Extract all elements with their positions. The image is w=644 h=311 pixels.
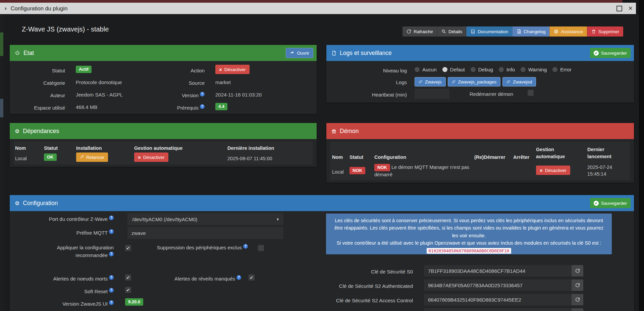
col-gestion-automatique: Gestion automatique: [536, 146, 570, 160]
trash-icon: [591, 29, 596, 34]
radio-icon[interactable]: [415, 67, 420, 72]
help-icon[interactable]: ?: [109, 275, 114, 280]
info-text-line1: Les clés de sécurités sont à conserver p…: [334, 217, 604, 239]
caret-down-icon: ▼: [276, 217, 279, 221]
help-icon[interactable]: ?: [109, 229, 114, 234]
radio-icon[interactable]: [552, 67, 557, 72]
security-key-input-partial[interactable]: [424, 308, 572, 311]
help-icon[interactable]: ?: [109, 288, 114, 293]
col-configuration: Configuration: [374, 154, 406, 161]
paperclip-icon: [506, 80, 511, 84]
etat-panel-header: Etat Ouvrir: [10, 45, 317, 61]
log-level-warning[interactable]: Warning: [521, 67, 547, 72]
logs-panel-header: Logs et surveillance ✔ Sauvegarder: [326, 45, 634, 61]
demon-table: Nom Statut Configuration (Re)Démarrer Ar…: [330, 142, 630, 180]
cle-s2-authenticated-input[interactable]: [424, 279, 572, 291]
save-logs-button[interactable]: ✔ Sauvegarder: [590, 48, 631, 58]
disable-dependance-button[interactable]: × Désactiver: [134, 152, 168, 162]
documentation-button[interactable]: Documentation: [466, 26, 512, 37]
background-page-sliver: [0, 14, 3, 311]
log-file-zwavejs-button[interactable]: Zwavejs: [415, 77, 446, 86]
help-icon[interactable]: ?: [200, 92, 205, 97]
cle-s2-access-control-label: Clé de Sécurité S2 Access Control: [296, 297, 413, 305]
regenerate-key-button-partial[interactable]: [572, 308, 583, 311]
radio-icon[interactable]: [442, 67, 447, 72]
alertes-reveils-manques-checkbox[interactable]: [249, 274, 255, 281]
log-level-info[interactable]: Info: [499, 67, 515, 72]
appliquer-config-checkbox[interactable]: [125, 245, 131, 251]
cle-s0-input[interactable]: [424, 265, 572, 276]
relancer-button[interactable]: Relancer: [76, 152, 108, 162]
regenerate-s2-access-control-key-button[interactable]: [572, 294, 583, 305]
log-file-zwavejsd-button[interactable]: Zwavejsd: [502, 77, 536, 86]
help-icon[interactable]: ?: [109, 252, 114, 256]
col-arreter: Arrêter: [513, 154, 529, 161]
help-icon[interactable]: ?: [109, 300, 114, 305]
radio-icon[interactable]: [521, 67, 526, 72]
radio-icon[interactable]: [471, 67, 476, 72]
cle-s2-access-control-input[interactable]: [424, 294, 572, 305]
soft-reset-label: Soft Reset?: [30, 288, 114, 296]
regenerate-s0-key-button[interactable]: [572, 265, 583, 276]
help-icon[interactable]: ?: [236, 275, 241, 280]
maximize-button[interactable]: [616, 6, 622, 11]
disable-demon-button[interactable]: × Désactiver: [536, 166, 570, 175]
plugin-configuration-window: › Configuration du plugin × Z-Wave JS (z…: [0, 0, 644, 311]
radio-icon[interactable]: [499, 67, 504, 72]
details-button[interactable]: Détails: [437, 26, 466, 37]
file-text-icon: [517, 29, 521, 34]
refresh-button[interactable]: Rafraichir: [402, 26, 437, 37]
col-derniere-installation: Dernière installation: [227, 145, 274, 152]
x-icon: ×: [219, 67, 222, 72]
delete-button[interactable]: Supprimer: [587, 26, 623, 37]
refresh-icon: [575, 297, 580, 302]
help-icon[interactable]: ?: [243, 244, 248, 249]
demon-dernier-lancement: 2025-07-24 15:45:14: [587, 164, 619, 178]
save-configuration-label: Sauvegarder: [601, 201, 627, 206]
col-statut: Statut: [44, 145, 58, 152]
log-level-aucun[interactable]: Aucun: [415, 67, 437, 72]
log-level-radios: Aucun Defaut Debug Info Warning Error: [415, 65, 577, 74]
source-value: market: [215, 79, 231, 85]
version-zwavejs-ui-badge: 9.20.0: [125, 298, 143, 306]
assistance-button[interactable]: Assistance: [549, 26, 587, 37]
configuration-panel-header: ⚙ Configuration ✔ Sauvegarder: [10, 195, 634, 211]
bank-icon: [331, 129, 336, 134]
background-logo-fragment: [0, 33, 3, 56]
col-nom: Nom: [15, 145, 26, 152]
close-button[interactable]: ×: [628, 5, 633, 12]
logs-label: Logs: [326, 79, 407, 86]
heartbeat-input[interactable]: [415, 89, 449, 99]
help-icon[interactable]: ?: [109, 215, 114, 220]
check-circle-icon: ✔: [594, 201, 599, 206]
soft-reset-checkbox[interactable]: [125, 287, 131, 293]
documentation-button-label: Documentation: [478, 29, 508, 34]
save-configuration-button[interactable]: ✔ Sauvegarder: [590, 198, 631, 208]
col-dernier-lancement: Dernier lancement: [587, 146, 618, 160]
log-level-defaut[interactable]: Defaut: [442, 67, 465, 72]
log-level-debug[interactable]: Debug: [471, 67, 493, 72]
log-file-zwavejs-packages-button[interactable]: Zwavejs_packages: [448, 77, 501, 86]
col-installation: Installation: [76, 145, 102, 152]
disable-plugin-button[interactable]: × Désactiver: [215, 65, 250, 74]
alertes-noeuds-morts-checkbox[interactable]: [125, 274, 131, 281]
regenerate-s2-authenticated-key-button[interactable]: [572, 279, 583, 291]
open-button-label: Ouvrir: [297, 51, 309, 56]
paperclip-icon: [419, 80, 423, 84]
alertes-reveils-manques-label: Alertes de réveils manqués?: [144, 275, 241, 283]
prefixe-mqtt-input[interactable]: [127, 227, 283, 239]
book-icon: [471, 29, 475, 34]
etat-panel: Etat Ouvrir Statut Actif Action × Désact…: [10, 45, 317, 114]
suppression-peripheriques-checkbox[interactable]: [258, 245, 264, 251]
source-label: Source: [120, 79, 205, 87]
help-icon[interactable]: ?: [200, 104, 205, 109]
dependances-table: Nom Statut Installation Gestion automati…: [14, 142, 313, 165]
col-nom: Nom: [332, 154, 343, 161]
demon-panel: Démon Nom Statut Configuration (Re)Démar…: [326, 123, 634, 183]
open-button[interactable]: Ouvrir: [286, 48, 313, 58]
restart-demon-checkbox[interactable]: [528, 90, 534, 96]
changelog-button[interactable]: Changelog: [512, 26, 549, 37]
log-level-error[interactable]: Error: [552, 67, 571, 72]
refresh-button-label: Rafraichir: [414, 29, 433, 34]
port-select[interactable]: /dev/ttyACM0 (/dev/ttyACM0) ▼: [127, 213, 283, 225]
